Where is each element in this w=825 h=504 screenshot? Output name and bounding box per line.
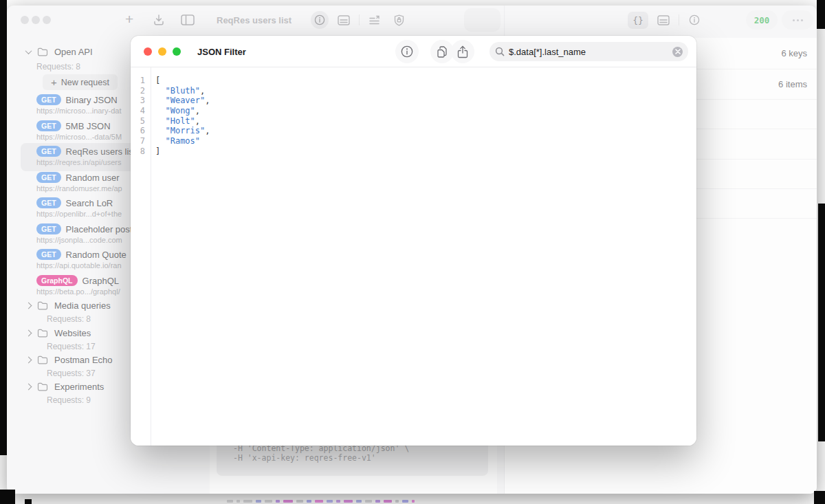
sidebar-folder-open-api[interactable]: Open API xyxy=(26,47,93,57)
layout-icon[interactable] xyxy=(654,11,672,29)
braces-icon[interactable]: {} xyxy=(628,12,648,29)
request-name: Search LoR xyxy=(66,198,113,208)
desktop-edge xyxy=(818,204,825,441)
new-request-label: New request xyxy=(61,78,109,87)
request-name: Random Quote xyxy=(66,250,126,260)
items-count: 6 items xyxy=(778,79,807,89)
folder-icon xyxy=(37,382,48,391)
chevron-down-icon xyxy=(25,47,32,54)
line-number: 8 xyxy=(131,146,151,157)
curl-line: -H 'x-api-key: reqres-free-v1' xyxy=(233,453,488,463)
line-number: 5 xyxy=(131,116,151,127)
import-icon[interactable] xyxy=(152,13,166,27)
new-request-button[interactable]: + New request xyxy=(43,74,118,90)
modal-close-button[interactable] xyxy=(144,47,152,56)
filter-info-icon[interactable] xyxy=(395,40,419,63)
folder-request-count: Requests: 9 xyxy=(47,395,104,405)
response-info-icon[interactable] xyxy=(685,11,703,29)
request-name: Placeholder posts xyxy=(66,224,137,234)
line-number: 2 xyxy=(131,86,151,96)
code-line: 2 "Bluth", xyxy=(131,86,696,96)
folder-request-count: Requests: 37 xyxy=(47,369,113,378)
desktop-edge xyxy=(817,0,825,29)
code-line: 7 "Ramos" xyxy=(131,136,696,146)
folder-request-count: Requests: 8 xyxy=(36,62,80,72)
folder-icon xyxy=(37,47,48,56)
folder-icon xyxy=(37,329,48,338)
background-code-fragments xyxy=(227,500,777,504)
method-badge: GET xyxy=(36,249,61,260)
divider xyxy=(359,14,360,25)
method-badge: GET xyxy=(36,172,61,183)
request-title: ReqRes users list xyxy=(217,15,292,25)
minimize-button[interactable] xyxy=(32,16,40,24)
method-badge: GET xyxy=(36,146,61,157)
line-number: 7 xyxy=(131,136,151,146)
request-name: ReqRes users list xyxy=(66,146,136,157)
copy-icon[interactable] xyxy=(430,40,454,63)
modal-zoom-button[interactable] xyxy=(173,47,181,56)
status-code: 200 xyxy=(754,15,770,25)
code-line: 3 "Weaver", xyxy=(131,96,696,106)
modal-title: JSON Filter xyxy=(197,47,246,57)
method-badge: GET xyxy=(36,197,61,208)
sidebar-folder[interactable]: Postman EchoRequests: 37 xyxy=(26,355,113,378)
response-view-switcher: {} xyxy=(628,11,703,29)
line-number: 6 xyxy=(131,126,151,136)
line-number: 3 xyxy=(131,96,151,106)
sidebar-folder[interactable]: WebsitesRequests: 17 xyxy=(26,328,96,351)
desktop-edge xyxy=(25,499,32,504)
share-icon[interactable] xyxy=(451,40,474,63)
folder-icon xyxy=(37,301,48,310)
code-line: 4 "Wong", xyxy=(131,106,696,116)
zoom-button[interactable] xyxy=(43,16,51,24)
code-line: 1[ xyxy=(131,76,696,86)
method-badge: GET xyxy=(36,223,61,234)
divider xyxy=(679,14,679,25)
line-number: 4 xyxy=(131,106,151,116)
clear-search-icon[interactable] xyxy=(672,47,683,57)
modal-minimize-button[interactable] xyxy=(158,47,166,56)
more-button[interactable] xyxy=(782,10,813,30)
folder-label: Open API xyxy=(54,47,93,57)
request-view-switcher xyxy=(311,11,408,29)
request-name: Random user xyxy=(66,173,120,183)
console-icon[interactable] xyxy=(366,11,384,29)
request-name: Binary JSON xyxy=(66,95,118,105)
modal-header: JSON Filter xyxy=(131,36,696,67)
send-button[interactable] xyxy=(464,8,500,32)
sidebar-folder[interactable]: ExperimentsRequests: 9 xyxy=(26,382,104,405)
request-name: GraphQL xyxy=(82,276,119,286)
code-line: 8] xyxy=(131,146,696,157)
request-name: 5MB JSON xyxy=(66,121,111,131)
gutter-divider xyxy=(151,67,151,446)
folder-label: Websites xyxy=(54,328,91,338)
json-path-search xyxy=(490,42,688,61)
folder-label: Experiments xyxy=(54,382,104,392)
chevron-right-icon xyxy=(25,303,32,309)
method-badge: GET xyxy=(36,94,61,105)
keys-count: 6 keys xyxy=(781,48,807,58)
chevron-right-icon xyxy=(25,357,32,364)
plus-icon: + xyxy=(51,77,57,87)
response-panel-icon[interactable] xyxy=(335,11,353,29)
method-badge: GET xyxy=(36,120,61,131)
json-path-input[interactable] xyxy=(509,47,668,57)
json-filter-window: JSON Filter 1[2 "Blu xyxy=(131,36,696,446)
desktop-edge xyxy=(0,0,7,455)
chevron-right-icon xyxy=(25,330,32,337)
status-badge[interactable]: 200 xyxy=(746,10,778,30)
code-line: 6 "Morris", xyxy=(131,126,696,136)
line-number: 1 xyxy=(131,76,151,86)
close-button[interactable] xyxy=(21,16,29,24)
new-tab-button[interactable]: + xyxy=(125,11,133,28)
folder-icon xyxy=(37,355,48,364)
folder-request-count: Requests: 8 xyxy=(47,314,111,324)
filtered-json-editor: 1[2 "Bluth",3 "Weaver",4 "Wong",5 "Holt"… xyxy=(131,67,696,446)
info-icon[interactable] xyxy=(311,11,329,29)
chevron-right-icon xyxy=(25,384,32,391)
search-icon xyxy=(495,47,505,56)
sidebar-toggle-icon[interactable] xyxy=(181,14,195,25)
sidebar-folder[interactable]: Media queriesRequests: 8 xyxy=(26,300,111,324)
security-icon[interactable] xyxy=(390,11,408,29)
